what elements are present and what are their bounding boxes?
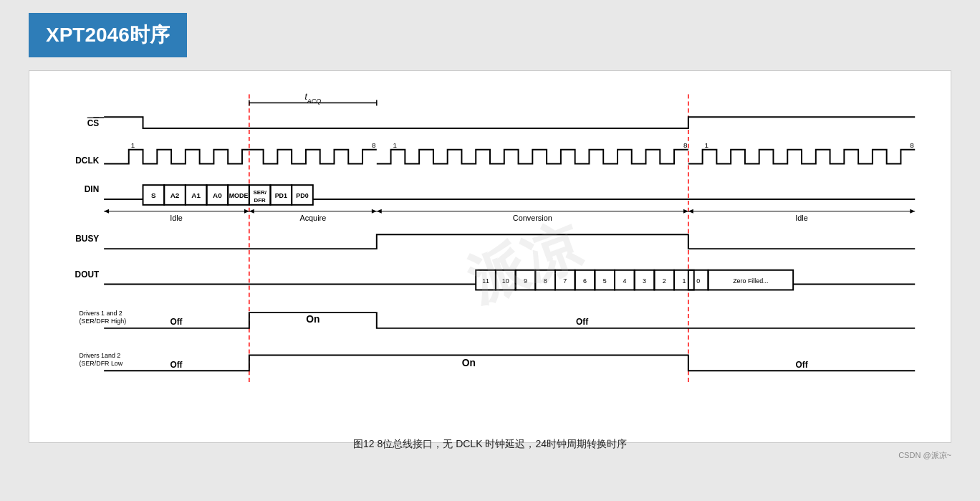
svg-text:1: 1 [131,141,135,149]
svg-text:DFR: DFR [254,197,266,204]
svg-text:Drivers 1 and 2: Drivers 1 and 2 [80,310,123,317]
svg-text:4: 4 [623,277,626,285]
svg-text:(SER/DFR Low: (SER/DFR Low [80,360,123,367]
svg-text:10: 10 [502,277,509,285]
svg-text:Drivers 1and 2: Drivers 1and 2 [80,352,121,359]
svg-text:tACQ: tACQ [305,92,322,105]
svg-text:Off: Off [170,317,182,327]
timing-diagram-svg: tACQ CS DCLK 1 8 1 8 1 8 DIN S [51,85,929,429]
svg-text:8: 8 [544,277,547,285]
svg-marker-36 [104,209,109,214]
svg-text:Idle: Idle [170,214,183,222]
svg-text:(SER/DFR High): (SER/DFR High) [80,318,127,325]
svg-text:9: 9 [524,277,527,285]
svg-text:DIN: DIN [85,184,99,194]
svg-text:Conversion: Conversion [513,214,552,222]
svg-text:DOUT: DOUT [75,269,100,280]
svg-marker-45 [688,209,693,214]
svg-text:Off: Off [170,360,182,370]
svg-text:BUSY: BUSY [75,234,99,244]
svg-text:8: 8 [910,141,914,149]
svg-text:S: S [151,191,156,199]
svg-text:A1: A1 [191,191,201,199]
svg-text:0: 0 [696,277,700,285]
svg-text:Idle: Idle [795,214,808,222]
svg-text:8: 8 [683,141,688,149]
svg-text:6: 6 [583,277,587,285]
svg-marker-42 [377,209,382,214]
svg-text:Off: Off [576,317,588,327]
svg-text:8: 8 [372,141,376,149]
page-title: XPT2046时序 [46,24,170,46]
svg-text:1: 1 [682,277,686,285]
svg-text:Acquire: Acquire [299,214,326,222]
svg-marker-37 [244,209,249,214]
svg-text:2: 2 [663,277,666,285]
caption: 图12 8位总线接口，无 DCLK 时钟延迟，24时钟周期转换时序 [51,438,929,451]
svg-text:11: 11 [482,277,489,285]
svg-text:A0: A0 [213,191,222,199]
svg-text:5: 5 [603,277,607,285]
svg-marker-40 [372,209,377,214]
svg-marker-39 [249,209,254,214]
svg-text:3: 3 [643,277,646,285]
svg-text:CS: CS [87,118,100,128]
title-bar: XPT2046时序 [29,13,187,57]
svg-text:On: On [306,313,320,325]
svg-marker-46 [910,209,915,214]
svg-text:On: On [462,357,476,368]
svg-text:Off: Off [795,360,807,370]
svg-text:MODE: MODE [229,192,249,199]
diagram-container: 派凉 tACQ CS DCLK 1 8 1 8 [29,70,951,443]
svg-text:SER/: SER/ [253,189,266,196]
svg-text:7: 7 [563,277,567,285]
svg-marker-43 [683,209,688,214]
svg-text:PD0: PD0 [296,192,308,199]
svg-text:1: 1 [705,141,709,149]
svg-text:Zero Filled...: Zero Filled... [733,277,768,285]
svg-text:A2: A2 [170,191,180,199]
svg-text:DCLK: DCLK [75,156,99,166]
svg-text:PD1: PD1 [275,192,287,199]
svg-text:1: 1 [393,141,398,149]
footer: CSDN @派凉~ [0,450,980,461]
